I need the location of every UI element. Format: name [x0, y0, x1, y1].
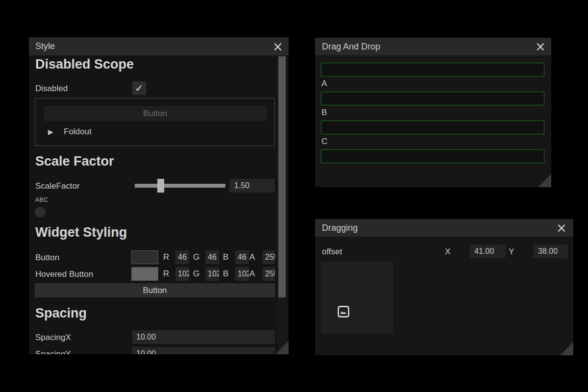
style-window-title: Style [35, 41, 55, 51]
channel-field-b[interactable]: 46 [235, 250, 249, 264]
dragging-window-title: Dragging [322, 223, 358, 233]
scale-factor-header: Scale Factor [35, 154, 114, 169]
drag-and-drop-window-title: Drag And Drop [322, 42, 380, 52]
offset-y-label: Y [509, 247, 514, 257]
draggable-image-panel[interactable] [321, 261, 393, 334]
dragging-titlebar[interactable]: Dragging [315, 219, 573, 237]
foldout-label[interactable]: Foldout [64, 127, 92, 137]
widget-styling-header: Widget Styling [35, 225, 127, 240]
channel-field-a[interactable]: 255 [263, 267, 275, 281]
resize-grip-icon[interactable] [538, 174, 551, 187]
drop-slot-label: A [321, 79, 327, 89]
disabled-checkbox-label: Disabled [35, 84, 68, 94]
checkmark-icon: ✓ [135, 82, 144, 94]
channel-field-g[interactable]: 46 [205, 250, 219, 264]
disabled-group-box: Button ▶ Foldout [35, 98, 275, 146]
drag-and-drop-window: Drag And Drop × A B C [315, 38, 551, 187]
channel-label-g: G [193, 250, 199, 264]
scale-factor-slider-handle[interactable] [157, 179, 164, 193]
disabled-button-label: Button [143, 109, 167, 119]
dragging-window: Dragging × offset X 41.00 Y 38.00 [315, 219, 573, 355]
spacing-x-field[interactable]: 10.00 [132, 330, 275, 344]
drop-target[interactable] [321, 121, 544, 134]
styled-button[interactable]: Button [35, 283, 275, 297]
styled-button-label: Button [143, 286, 167, 295]
image-icon [338, 306, 349, 318]
style-titlebar[interactable]: Style [29, 37, 289, 55]
channel-label-b: B [223, 250, 228, 264]
channel-label-r: R [163, 267, 169, 281]
disabled-scope-header: Disabled Scope [35, 57, 134, 72]
resize-grip-icon[interactable] [275, 341, 289, 354]
abc-label: ABC [35, 196, 48, 203]
foldout-arrow-icon: ▶ [48, 128, 53, 136]
drop-slot-label: B [321, 108, 327, 118]
spacing-header: Spacing [35, 306, 87, 321]
channel-field-g[interactable]: 102 [205, 267, 219, 281]
channel-field-b[interactable]: 102 [235, 267, 249, 281]
color-row-label: Button [35, 253, 59, 263]
scale-factor-label: ScaleFactor [35, 181, 80, 191]
offset-x-label: X [445, 247, 450, 257]
spacing-y-label: SpacingY [35, 349, 71, 354]
drop-target[interactable] [321, 149, 544, 163]
offset-label: offset [322, 247, 342, 257]
scaled-circle [35, 207, 46, 218]
drop-slot-label: C [321, 137, 327, 147]
offset-x-field[interactable]: 41.00 [469, 245, 505, 258]
channel-field-r[interactable]: 102 [175, 267, 189, 281]
channel-field-a[interactable]: 255 [263, 250, 275, 264]
channel-label-g: G [193, 267, 199, 281]
close-icon[interactable]: × [533, 39, 548, 54]
resize-grip-icon[interactable] [560, 342, 573, 355]
style-window: Style × Disabled Scope Disabled ✓ Button… [29, 37, 289, 354]
channel-label-a: A [249, 250, 255, 264]
scale-factor-slider-track[interactable] [135, 184, 225, 188]
color-row-label: Hovered Button [35, 270, 93, 279]
offset-y-field[interactable]: 38.00 [533, 245, 568, 258]
spacing-x-label: SpacingX [35, 333, 71, 343]
color-swatch[interactable] [131, 250, 158, 264]
scale-factor-value-field[interactable]: 1.50 [229, 179, 275, 193]
drag-and-drop-titlebar[interactable]: Drag And Drop [315, 38, 551, 55]
channel-label-r: R [163, 250, 169, 264]
disabled-button: Button [44, 106, 267, 121]
channel-field-r[interactable]: 46 [175, 250, 189, 264]
spacing-y-field[interactable]: 10.00 [132, 347, 275, 354]
channel-label-a: A [249, 267, 255, 281]
scrollbar-thumb[interactable] [278, 56, 286, 297]
channel-label-b: B [223, 267, 228, 281]
close-icon[interactable]: × [270, 39, 286, 54]
close-icon[interactable]: × [554, 220, 569, 236]
drop-target[interactable] [321, 92, 544, 105]
drop-target[interactable] [321, 63, 544, 76]
color-swatch[interactable] [131, 267, 158, 281]
disabled-checkbox[interactable]: ✓ [132, 81, 146, 95]
